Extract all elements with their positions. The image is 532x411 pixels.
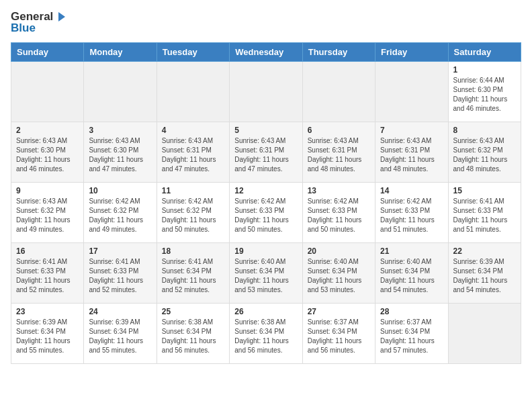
calendar-cell	[11, 62, 84, 122]
day-number: 17	[89, 246, 151, 256]
day-number: 5	[234, 126, 297, 135]
calendar-cell: 23Sunrise: 6:39 AM Sunset: 6:34 PM Dayli…	[11, 304, 84, 364]
day-number: 9	[16, 186, 79, 195]
calendar-cell: 12Sunrise: 6:42 AM Sunset: 6:33 PM Dayli…	[230, 183, 302, 243]
day-number: 11	[162, 186, 224, 195]
logo-flag-icon	[54, 11, 66, 23]
day-number: 2	[16, 126, 79, 135]
day-number: 20	[308, 246, 370, 256]
calendar-cell: 4Sunrise: 6:43 AM Sunset: 6:31 PM Daylig…	[157, 122, 229, 183]
weekday-header-row: SundayMondayTuesdayWednesdayThursdayFrid…	[11, 43, 521, 62]
day-number: 3	[89, 126, 151, 135]
weekday-header-sunday: Sunday	[11, 43, 84, 62]
day-number: 28	[380, 307, 443, 316]
calendar-cell: 8Sunrise: 6:43 AM Sunset: 6:32 PM Daylig…	[448, 122, 521, 183]
day-number: 26	[234, 307, 297, 316]
week-row-5: 23Sunrise: 6:39 AM Sunset: 6:34 PM Dayli…	[11, 304, 521, 364]
day-number: 14	[380, 186, 443, 195]
day-number: 8	[453, 126, 516, 135]
day-number: 15	[453, 186, 516, 195]
calendar-cell	[448, 304, 521, 364]
day-info: Sunrise: 6:41 AM Sunset: 6:33 PM Dayligh…	[453, 197, 516, 234]
svg-marker-0	[58, 12, 65, 21]
day-info: Sunrise: 6:39 AM Sunset: 6:34 PM Dayligh…	[453, 257, 516, 295]
day-info: Sunrise: 6:39 AM Sunset: 6:34 PM Dayligh…	[89, 318, 151, 355]
day-number: 4	[162, 126, 224, 135]
week-row-3: 9Sunrise: 6:43 AM Sunset: 6:32 PM Daylig…	[11, 183, 521, 243]
day-info: Sunrise: 6:43 AM Sunset: 6:32 PM Dayligh…	[16, 197, 79, 234]
calendar-cell: 16Sunrise: 6:41 AM Sunset: 6:33 PM Dayli…	[11, 243, 84, 304]
calendar-cell: 9Sunrise: 6:43 AM Sunset: 6:32 PM Daylig…	[11, 183, 84, 243]
calendar-cell: 19Sunrise: 6:40 AM Sunset: 6:34 PM Dayli…	[230, 243, 302, 304]
day-info: Sunrise: 6:43 AM Sunset: 6:31 PM Dayligh…	[380, 136, 443, 174]
day-info: Sunrise: 6:38 AM Sunset: 6:34 PM Dayligh…	[162, 318, 224, 355]
day-info: Sunrise: 6:40 AM Sunset: 6:34 PM Dayligh…	[308, 257, 370, 295]
day-info: Sunrise: 6:37 AM Sunset: 6:34 PM Dayligh…	[308, 318, 370, 355]
day-info: Sunrise: 6:41 AM Sunset: 6:34 PM Dayligh…	[162, 257, 224, 295]
weekday-header-wednesday: Wednesday	[230, 43, 302, 62]
calendar-cell: 11Sunrise: 6:42 AM Sunset: 6:32 PM Dayli…	[157, 183, 229, 243]
calendar-cell: 5Sunrise: 6:43 AM Sunset: 6:31 PM Daylig…	[230, 122, 302, 183]
calendar-cell: 26Sunrise: 6:38 AM Sunset: 6:34 PM Dayli…	[230, 304, 302, 364]
day-number: 23	[16, 307, 79, 316]
calendar-cell: 13Sunrise: 6:42 AM Sunset: 6:33 PM Dayli…	[302, 183, 375, 243]
calendar-cell	[157, 62, 229, 122]
header: General Blue	[11, 11, 521, 34]
day-number: 7	[380, 126, 443, 135]
day-info: Sunrise: 6:44 AM Sunset: 6:30 PM Dayligh…	[453, 76, 516, 113]
day-number: 27	[308, 307, 370, 316]
calendar-cell: 18Sunrise: 6:41 AM Sunset: 6:34 PM Dayli…	[157, 243, 229, 304]
day-number: 1	[453, 65, 516, 75]
calendar-cell: 27Sunrise: 6:37 AM Sunset: 6:34 PM Dayli…	[302, 304, 375, 364]
weekday-header-tuesday: Tuesday	[157, 43, 229, 62]
calendar-cell: 3Sunrise: 6:43 AM Sunset: 6:30 PM Daylig…	[84, 122, 157, 183]
week-row-4: 16Sunrise: 6:41 AM Sunset: 6:33 PM Dayli…	[11, 243, 521, 304]
day-number: 21	[380, 246, 443, 256]
day-number: 10	[89, 186, 151, 195]
calendar-cell: 7Sunrise: 6:43 AM Sunset: 6:31 PM Daylig…	[375, 122, 448, 183]
day-number: 24	[89, 307, 151, 316]
day-number: 12	[234, 186, 297, 195]
calendar-cell: 25Sunrise: 6:38 AM Sunset: 6:34 PM Dayli…	[157, 304, 229, 364]
calendar-cell: 1Sunrise: 6:44 AM Sunset: 6:30 PM Daylig…	[448, 62, 521, 122]
calendar-cell: 28Sunrise: 6:37 AM Sunset: 6:34 PM Dayli…	[375, 304, 448, 364]
calendar-table: SundayMondayTuesdayWednesdayThursdayFrid…	[11, 42, 521, 364]
day-number: 6	[308, 126, 370, 135]
calendar-cell: 15Sunrise: 6:41 AM Sunset: 6:33 PM Dayli…	[448, 183, 521, 243]
day-info: Sunrise: 6:43 AM Sunset: 6:30 PM Dayligh…	[89, 136, 151, 174]
calendar-cell	[375, 62, 448, 122]
day-info: Sunrise: 6:42 AM Sunset: 6:32 PM Dayligh…	[89, 197, 151, 234]
week-row-2: 2Sunrise: 6:43 AM Sunset: 6:30 PM Daylig…	[11, 122, 521, 183]
day-number: 18	[162, 246, 224, 256]
day-info: Sunrise: 6:37 AM Sunset: 6:34 PM Dayligh…	[380, 318, 443, 355]
day-info: Sunrise: 6:42 AM Sunset: 6:33 PM Dayligh…	[308, 197, 370, 234]
day-info: Sunrise: 6:42 AM Sunset: 6:33 PM Dayligh…	[380, 197, 443, 234]
logo: General Blue	[11, 11, 66, 34]
day-info: Sunrise: 6:40 AM Sunset: 6:34 PM Dayligh…	[380, 257, 443, 295]
calendar-cell: 6Sunrise: 6:43 AM Sunset: 6:31 PM Daylig…	[302, 122, 375, 183]
day-number: 22	[453, 246, 516, 256]
calendar-cell: 22Sunrise: 6:39 AM Sunset: 6:34 PM Dayli…	[448, 243, 521, 304]
week-row-1: 1Sunrise: 6:44 AM Sunset: 6:30 PM Daylig…	[11, 62, 521, 122]
day-number: 19	[234, 246, 297, 256]
weekday-header-saturday: Saturday	[448, 43, 521, 62]
calendar-cell	[302, 62, 375, 122]
day-info: Sunrise: 6:43 AM Sunset: 6:31 PM Dayligh…	[162, 136, 224, 174]
day-info: Sunrise: 6:39 AM Sunset: 6:34 PM Dayligh…	[16, 318, 79, 355]
calendar-cell: 10Sunrise: 6:42 AM Sunset: 6:32 PM Dayli…	[84, 183, 157, 243]
weekday-header-monday: Monday	[84, 43, 157, 62]
calendar-cell: 14Sunrise: 6:42 AM Sunset: 6:33 PM Dayli…	[375, 183, 448, 243]
calendar-cell	[230, 62, 302, 122]
day-info: Sunrise: 6:43 AM Sunset: 6:32 PM Dayligh…	[453, 136, 516, 174]
calendar-cell: 17Sunrise: 6:41 AM Sunset: 6:33 PM Dayli…	[84, 243, 157, 304]
day-info: Sunrise: 6:41 AM Sunset: 6:33 PM Dayligh…	[16, 257, 79, 295]
calendar-cell: 21Sunrise: 6:40 AM Sunset: 6:34 PM Dayli…	[375, 243, 448, 304]
day-info: Sunrise: 6:43 AM Sunset: 6:30 PM Dayligh…	[16, 136, 79, 174]
day-info: Sunrise: 6:40 AM Sunset: 6:34 PM Dayligh…	[234, 257, 297, 295]
calendar-cell: 24Sunrise: 6:39 AM Sunset: 6:34 PM Dayli…	[84, 304, 157, 364]
day-info: Sunrise: 6:43 AM Sunset: 6:31 PM Dayligh…	[234, 136, 297, 174]
day-number: 13	[308, 186, 370, 195]
calendar-cell	[84, 62, 157, 122]
day-info: Sunrise: 6:38 AM Sunset: 6:34 PM Dayligh…	[234, 318, 297, 355]
day-number: 16	[16, 246, 79, 256]
